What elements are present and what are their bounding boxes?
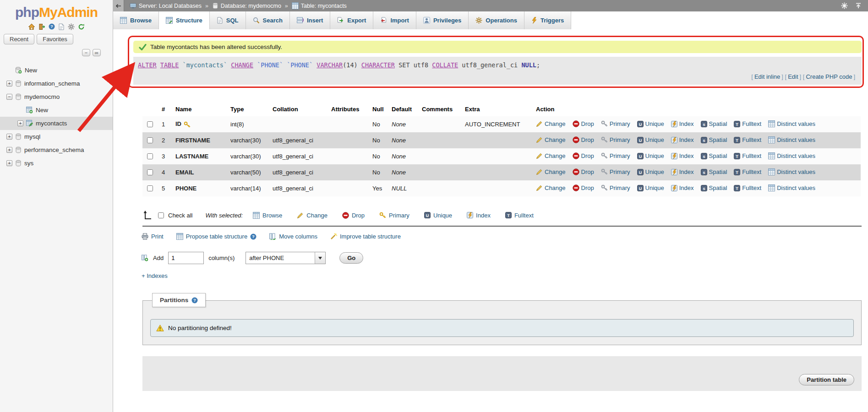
sql-token[interactable]: VARCHAR [317, 61, 343, 69]
tree-item-mydemocmo[interactable]: −mydemocmo [0, 90, 113, 103]
tab-triggers[interactable]: Triggers [524, 11, 571, 29]
action-index-link[interactable]: Index [671, 136, 694, 143]
tree-item-sys[interactable]: +sys [0, 157, 113, 170]
action-drop-link[interactable]: Drop [573, 184, 594, 191]
gear-white-button[interactable] [841, 2, 848, 9]
action-change-link[interactable]: Change [536, 136, 566, 143]
check-all-label[interactable]: Check all [168, 212, 192, 219]
action-change-link[interactable]: Change [536, 184, 566, 191]
with-selected-unique-button[interactable]: UUnique [424, 212, 452, 219]
tool-propose-table-structure-link[interactable]: Propose table structure? [176, 233, 257, 240]
tab-sql[interactable]: SQL [210, 11, 246, 29]
tree-item-performance_schema[interactable]: +performance_schema [0, 143, 113, 157]
refresh-button[interactable] [78, 23, 85, 30]
add-column-count-input[interactable] [168, 252, 204, 264]
docs-button[interactable] [58, 23, 65, 30]
help-icon[interactable]: ? [191, 297, 198, 304]
breadcrumb-table[interactable]: Table: mycontacts [292, 2, 347, 9]
row-checkbox-firstname[interactable] [147, 137, 153, 143]
partition-table-button[interactable]: Partition table [799, 374, 854, 385]
action-primary-link[interactable]: Primary [601, 120, 630, 127]
tab-import[interactable]: Import [373, 11, 416, 29]
sql-token[interactable]: CHANGE [231, 61, 253, 69]
row-checkbox-lastname[interactable] [147, 153, 153, 159]
tool-print-link[interactable]: Print [142, 233, 164, 240]
action-distinct-values-link[interactable]: Distinct values [768, 136, 815, 143]
tab-browse[interactable]: Browse [113, 11, 159, 29]
action-fulltext-link[interactable]: TFulltext [734, 120, 761, 127]
action-unique-link[interactable]: UUnique [637, 168, 664, 175]
action-distinct-values-link[interactable]: Distinct values [768, 184, 815, 191]
with-selected-browse-button[interactable]: Browse [253, 212, 282, 219]
link-panel-button[interactable]: ∞ [93, 49, 101, 56]
action-unique-link[interactable]: UUnique [637, 120, 664, 127]
action-change-link[interactable]: Change [536, 152, 566, 159]
action-drop-link[interactable]: Drop [573, 168, 594, 175]
add-column-position-select[interactable]: after PHONE [246, 252, 326, 264]
action-primary-link[interactable]: Primary [601, 184, 630, 191]
action-distinct-values-link[interactable]: Distinct values [768, 120, 815, 127]
tab-insert[interactable]: Insert [290, 11, 330, 29]
action-spatial-link[interactable]: sSpatial [701, 184, 727, 191]
favorites-button[interactable]: Favorites [37, 34, 73, 44]
action-drop-link[interactable]: Drop [573, 136, 594, 143]
action-index-link[interactable]: Index [671, 168, 694, 175]
with-selected-fulltext-button[interactable]: TFulltext [505, 212, 534, 219]
action-fulltext-link[interactable]: TFulltext [734, 152, 761, 159]
action-distinct-values-link[interactable]: Distinct values [768, 168, 815, 175]
action-spatial-link[interactable]: sSpatial [701, 152, 727, 159]
tree-expander[interactable]: + [6, 134, 12, 140]
action-change-link[interactable]: Change [536, 168, 566, 175]
sql-link-edit-inline[interactable]: Edit inline [754, 73, 780, 80]
breadcrumb-database[interactable]: Database: mydemocmo [212, 2, 281, 9]
with-selected-index-button[interactable]: Index [467, 212, 491, 219]
breadcrumb-server[interactable]: Server: Local Databases [130, 3, 202, 9]
sql-token[interactable]: ALTER [138, 61, 157, 69]
action-change-link[interactable]: Change [536, 120, 566, 127]
tree-expander[interactable]: − [6, 94, 12, 100]
action-drop-link[interactable]: Drop [573, 120, 594, 127]
action-primary-link[interactable]: Primary [601, 136, 630, 143]
action-primary-link[interactable]: Primary [601, 168, 630, 175]
tree-item-new[interactable]: New [0, 103, 113, 117]
scroll-top-button[interactable] [855, 2, 862, 9]
tree-item-information_schema[interactable]: +information_schema [0, 77, 113, 90]
tree-expander[interactable]: + [17, 120, 23, 126]
with-selected-drop-button[interactable]: Drop [342, 212, 365, 219]
action-fulltext-link[interactable]: TFulltext [734, 136, 761, 143]
collapse-all-button[interactable]: − [82, 49, 90, 56]
action-unique-link[interactable]: UUnique [637, 184, 664, 191]
go-button[interactable]: Go [339, 252, 363, 264]
tool-improve-table-structure-link[interactable]: Improve table structure [330, 233, 401, 240]
tree-item-mycontacts[interactable]: +mycontacts [0, 117, 113, 130]
action-spatial-link[interactable]: sSpatial [701, 168, 727, 175]
tab-privileges[interactable]: Privileges [416, 11, 469, 29]
help-button[interactable]: ? [49, 23, 55, 30]
action-index-link[interactable]: Index [671, 152, 694, 159]
action-fulltext-link[interactable]: TFulltext [734, 168, 761, 175]
sql-token[interactable]: COLLATE [432, 61, 458, 69]
collapse-sidebar-button[interactable] [113, 0, 124, 11]
recent-button[interactable]: Recent [4, 34, 34, 44]
home-button[interactable] [28, 23, 35, 30]
tree-item-new[interactable]: New [0, 64, 113, 77]
row-checkbox-email[interactable] [147, 169, 153, 175]
logout-button[interactable] [38, 23, 45, 30]
sql-link-edit[interactable]: Edit [788, 73, 798, 80]
tab-operations[interactable]: Operations [469, 11, 524, 29]
action-spatial-link[interactable]: sSpatial [701, 136, 727, 143]
tree-expander[interactable]: + [6, 81, 12, 87]
tab-search[interactable]: Search [246, 11, 290, 29]
action-unique-link[interactable]: UUnique [637, 136, 664, 143]
check-all-checkbox[interactable] [158, 212, 164, 218]
indexes-toggle-link[interactable]: + Indexes [142, 272, 168, 279]
tree-item-mysql[interactable]: +mysql [0, 130, 113, 143]
tab-structure[interactable]: Structure [159, 11, 210, 29]
sql-token[interactable]: TABLE [160, 61, 179, 69]
with-selected-primary-button[interactable]: Primary [379, 212, 409, 219]
action-distinct-values-link[interactable]: Distinct values [768, 152, 815, 159]
action-spatial-link[interactable]: sSpatial [701, 120, 727, 127]
action-unique-link[interactable]: UUnique [637, 152, 664, 159]
sql-token[interactable]: CHARACTER [361, 61, 395, 69]
with-selected-change-button[interactable]: Change [297, 212, 328, 219]
